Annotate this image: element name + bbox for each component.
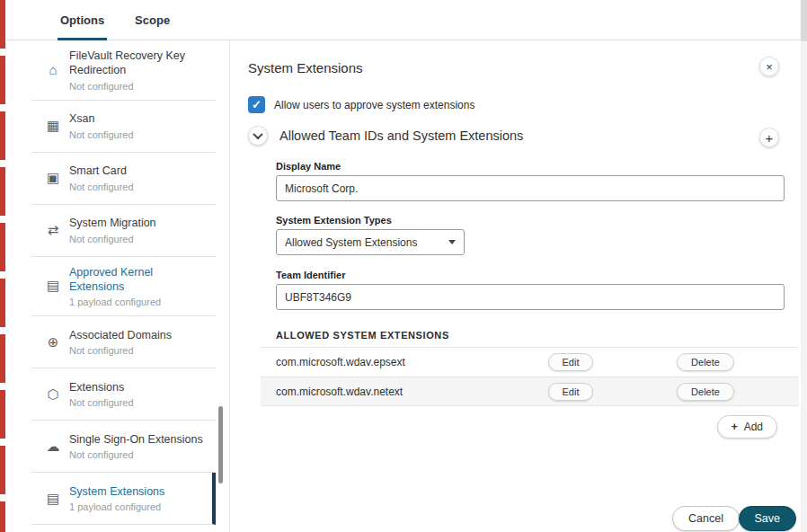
- sidebar-item-smart-card[interactable]: ▣ Smart Card Not configured: [31, 153, 216, 205]
- sidebar-item-subtitle: Not configured: [69, 449, 209, 460]
- caret-down-icon: [448, 240, 456, 244]
- approve-extensions-row: ✓ Allow users to approve system extensio…: [248, 96, 474, 113]
- display-name-label: Display Name: [276, 161, 341, 172]
- cancel-button[interactable]: Cancel: [672, 506, 740, 531]
- sidebar-item-system-extensions[interactable]: ▤ System Extensions 1 payload configured: [31, 473, 216, 525]
- sidebar-item-title: System Migration: [69, 216, 209, 230]
- system-extensions-icon: ▤: [37, 491, 69, 507]
- tab-options[interactable]: Options: [58, 0, 107, 40]
- sidebar-item-title: System Extensions: [69, 484, 209, 499]
- filevault-icon: ⌂: [37, 62, 69, 77]
- sidebar-item-system-migration[interactable]: ⇄ System Migration Not configured: [31, 205, 216, 257]
- sidebar-item-extensions[interactable]: ⬡ Extensions Not configured: [31, 368, 216, 421]
- select-value: Allowed System Extensions: [285, 236, 417, 249]
- xsan-icon: ▦: [37, 118, 69, 134]
- section-title: Allowed Team IDs and System Extensions: [279, 129, 523, 143]
- sidebar-item-subtitle: Not configured: [69, 81, 209, 92]
- payload-sidebar: ⌂ FileVault Recovery Key Redirection Not…: [31, 40, 216, 532]
- sidebar-item-title: Single Sign-On Extensions: [69, 432, 209, 447]
- edit-button[interactable]: Edit: [548, 383, 594, 401]
- sidebar-item-subtitle: 1 payload configured: [69, 501, 209, 512]
- page-scrollbar-track[interactable]: [801, 0, 807, 532]
- smart-card-icon: ▣: [37, 170, 69, 186]
- team-identifier-label: Team Identifier: [276, 270, 345, 280]
- extensions-icon: ⬡: [37, 386, 69, 403]
- collapse-section-button[interactable]: [248, 126, 268, 146]
- close-panel-button[interactable]: ×: [759, 57, 779, 76]
- associated-domains-icon: ⊕: [37, 334, 69, 350]
- sidebar-item-subtitle: Not configured: [69, 129, 209, 140]
- page-scrollbar-thumb[interactable]: [801, 0, 807, 41]
- chevron-down-icon: [253, 129, 262, 139]
- panel-title: System Extensions: [248, 60, 363, 75]
- team-identifier-input[interactable]: [276, 284, 785, 310]
- approve-extensions-checkbox[interactable]: ✓: [248, 96, 265, 113]
- plus-icon: +: [732, 421, 738, 433]
- table-row: com.microsoft.wdav.epsext Edit Delete: [261, 347, 799, 377]
- sidebar-item-title: Associated Domains: [69, 328, 209, 342]
- sidebar-scrollbar-thumb[interactable]: [218, 406, 223, 483]
- sidebar-item-title: Approved Kernel Extensions: [69, 265, 209, 295]
- sidebar-item-associated-domains[interactable]: ⊕ Associated Domains Not configured: [31, 316, 216, 368]
- table-row: com.microsoft.wdav.netext Edit Delete: [261, 377, 799, 406]
- system-extension-types-label: System Extension Types: [276, 215, 392, 226]
- add-extension-button[interactable]: +Add: [717, 415, 777, 439]
- save-button[interactable]: Save: [739, 506, 797, 531]
- app-nav-rail: [0, 0, 5, 532]
- extension-name: com.microsoft.wdav.netext: [261, 386, 503, 398]
- sidebar-item-title: Extensions: [69, 380, 209, 395]
- sidebar-item-title: FileVault Recovery Key Redirection: [69, 49, 209, 78]
- allowed-extensions-table: com.microsoft.wdav.epsext Edit Delete co…: [261, 347, 799, 406]
- approve-extensions-label: Allow users to approve system extensions: [274, 99, 474, 111]
- display-name-input[interactable]: [276, 175, 785, 201]
- system-extensions-panel: System Extensions × ✓ Allow users to app…: [230, 40, 801, 532]
- sso-extensions-icon: ☁: [37, 439, 69, 455]
- sidebar-item-single-sign-on-extensions[interactable]: ☁ Single Sign-On Extensions Not configur…: [31, 421, 216, 473]
- tab-scope[interactable]: Scope: [132, 0, 173, 40]
- sidebar-item-subtitle: Not configured: [69, 397, 209, 408]
- allowed-system-extensions-header: ALLOWED SYSTEM EXTENSIONS: [276, 330, 449, 341]
- sidebar-item-subtitle: Not configured: [69, 234, 209, 244]
- sidebar-item-filevault-recovery-key-redirection[interactable]: ⌂ FileVault Recovery Key Redirection Not…: [31, 40, 216, 101]
- add-button-label: Add: [744, 421, 763, 433]
- add-payload-button[interactable]: +: [759, 128, 779, 147]
- sidebar-item-title: Xsan: [69, 111, 209, 126]
- sidebar-item-subtitle: Not configured: [69, 182, 209, 192]
- sidebar-item-title: Smart Card: [69, 164, 209, 178]
- kernel-extensions-icon: ▤: [37, 278, 69, 294]
- sidebar-item-approved-kernel-extensions[interactable]: ▤ Approved Kernel Extensions 1 payload c…: [31, 257, 216, 317]
- extension-name: com.microsoft.wdav.epsext: [261, 356, 503, 368]
- sidebar-item-xsan[interactable]: ▦ Xsan Not configured: [31, 101, 216, 153]
- edit-button[interactable]: Edit: [548, 353, 594, 371]
- delete-button[interactable]: Delete: [677, 353, 734, 371]
- sidebar-item-subtitle: 1 payload configured: [69, 297, 209, 307]
- sidebar-item-subtitle: Not configured: [69, 345, 209, 356]
- system-migration-icon: ⇄: [37, 222, 69, 238]
- check-icon: ✓: [252, 98, 262, 111]
- delete-button[interactable]: Delete: [677, 383, 734, 401]
- tab-bar: Options Scope: [5, 0, 801, 40]
- system-extension-types-select[interactable]: Allowed System Extensions: [276, 229, 465, 255]
- allowed-team-ids-section-header: Allowed Team IDs and System Extensions: [248, 126, 523, 146]
